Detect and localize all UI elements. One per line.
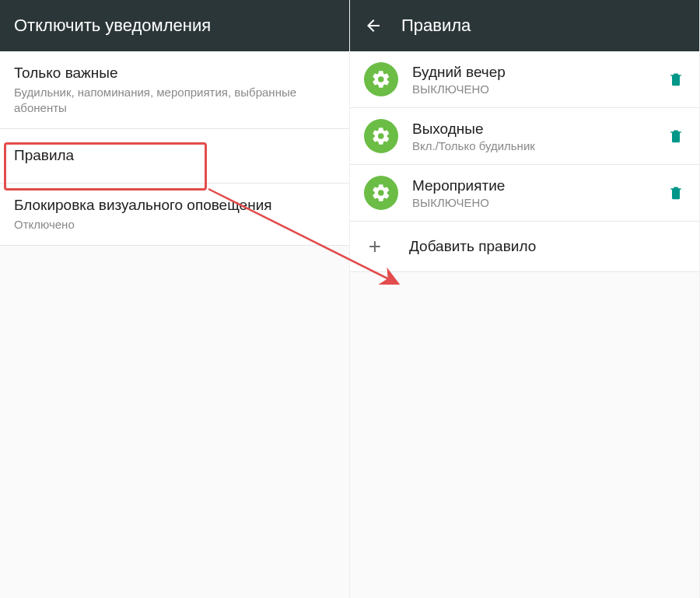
rule-texts: Выходные Вкл./Только будильник — [412, 121, 653, 152]
add-rule-row[interactable]: + Добавить правило — [350, 222, 699, 272]
row-primary: Только важные — [14, 64, 335, 83]
rules-list: Будний вечер ВЫКЛЮЧЕНО Выходные Вкл./Тол… — [350, 51, 699, 272]
back-arrow-icon[interactable] — [364, 16, 383, 35]
row-primary: Блокировка визуального оповещения — [14, 196, 335, 215]
appbar-left: Отключить уведомления — [0, 0, 349, 51]
appbar-right: Правила — [350, 0, 699, 51]
row-visual-block[interactable]: Блокировка визуального оповещения Отключ… — [0, 184, 349, 246]
rule-secondary: ВЫКЛЮЧЕНО — [412, 196, 653, 209]
settings-list: Только важные Будильник, напоминания, ме… — [0, 51, 349, 246]
rule-primary: Выходные — [412, 121, 653, 138]
rule-primary: Будний вечер — [412, 64, 653, 81]
rule-texts: Мероприятие ВЫКЛЮЧЕНО — [412, 177, 653, 209]
gear-icon — [364, 119, 398, 153]
rule-row-weeknight[interactable]: Будний вечер ВЫКЛЮЧЕНО — [350, 51, 699, 108]
rule-texts: Будний вечер ВЫКЛЮЧЕНО — [412, 64, 653, 96]
appbar-title-left: Отключить уведомления — [14, 16, 211, 36]
trash-icon[interactable] — [667, 70, 685, 89]
row-secondary: Отключено — [14, 217, 335, 233]
appbar-title-right: Правила — [401, 16, 471, 36]
rule-secondary: ВЫКЛЮЧЕНО — [412, 82, 653, 96]
screen-right: Правила Будний вечер ВЫКЛЮЧЕНО Выходные … — [350, 0, 700, 598]
rule-secondary: Вкл./Только будильник — [412, 139, 653, 152]
trash-icon[interactable] — [667, 184, 685, 202]
row-secondary: Будильник, напоминания, мероприятия, выб… — [14, 85, 335, 117]
gear-icon — [364, 62, 398, 96]
gear-icon — [364, 176, 398, 210]
row-priority-only[interactable]: Только важные Будильник, напоминания, ме… — [0, 51, 349, 129]
rule-primary: Мероприятие — [412, 177, 653, 194]
screen-left: Отключить уведомления Только важные Буди… — [0, 0, 350, 598]
rule-row-weekend[interactable]: Выходные Вкл./Только будильник — [350, 108, 699, 165]
rule-row-event[interactable]: Мероприятие ВЫКЛЮЧЕНО — [350, 165, 699, 222]
trash-icon[interactable] — [667, 127, 685, 145]
add-rule-label: Добавить правило — [409, 238, 536, 255]
row-rules[interactable]: Правила — [0, 129, 349, 184]
plus-icon: + — [364, 236, 386, 257]
row-primary: Правила — [14, 146, 335, 166]
